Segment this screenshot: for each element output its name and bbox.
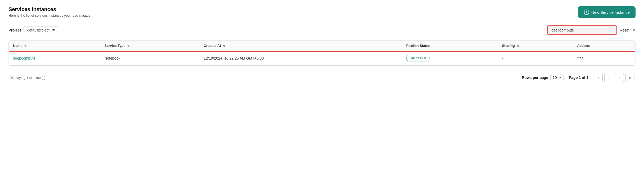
col-publish-status: Publish Status (402, 40, 498, 51)
search-area: Reset ✕ (547, 25, 636, 35)
cell-service-type: Notebook (100, 51, 199, 65)
table-footer: Displaying 1 of 1 row(s) Rows per page 1… (8, 71, 636, 84)
table-header: Name ⇅ Service Type ⇅ Created At ⇅ Publi… (9, 40, 635, 51)
pagination-area: Rows per page 10 5 25 50 Page 1 of 1 « ‹… (522, 73, 634, 82)
project-select[interactable]: defaultprojectproject1project2 (24, 26, 58, 34)
cell-name: deepcompute (9, 51, 100, 65)
table-row: deepcompute Notebook 12/19/2024, 10:22:2… (9, 51, 635, 65)
sort-name-icon: ⇅ (24, 44, 26, 47)
services-table: Name ⇅ Service Type ⇅ Created At ⇅ Publi… (9, 40, 635, 65)
first-page-button[interactable]: « (594, 73, 603, 82)
displaying-count: Displaying 1 of 1 row(s) (10, 76, 46, 80)
col-name[interactable]: Name ⇅ (9, 40, 100, 51)
next-page-button[interactable]: › (615, 73, 624, 82)
plus-circle-icon: + (584, 10, 589, 15)
reset-button[interactable]: Reset (620, 28, 629, 32)
cell-publish-status: Success ⧉ (402, 51, 498, 65)
project-label: Project (8, 28, 21, 32)
services-table-container: Name ⇅ Service Type ⇅ Created At ⇅ Publi… (8, 40, 636, 66)
search-input[interactable] (548, 26, 616, 34)
instance-name-link[interactable]: deepcompute (13, 56, 35, 60)
col-created-at[interactable]: Created At ⇅ (199, 40, 402, 51)
rows-per-page-label: Rows per page (522, 75, 548, 80)
page-info: Page 1 of 1 (569, 75, 588, 80)
page-subtitle: Here is the list of services instances y… (8, 14, 91, 17)
cell-actions: ••• (573, 51, 635, 65)
last-page-button[interactable]: » (625, 73, 634, 82)
page-header: Services Instances Here is the list of s… (8, 6, 91, 17)
rows-per-page-select[interactable]: 10 5 25 50 (550, 74, 564, 81)
external-link-icon: ⧉ (424, 56, 426, 60)
actions-menu-button[interactable]: ••• (577, 55, 584, 61)
close-icon[interactable]: ✕ (632, 28, 636, 33)
col-actions: Actions (573, 40, 635, 51)
rows-per-page-group: Rows per page 10 5 25 50 (522, 74, 564, 81)
table-body: deepcompute Notebook 12/19/2024, 10:22:2… (9, 51, 635, 65)
success-badge[interactable]: Success ⧉ (406, 55, 430, 61)
sort-created-at-icon: ⇅ (223, 44, 225, 47)
project-filter: Project defaultprojectproject1project2 (8, 26, 58, 34)
page-title: Services Instances (8, 6, 91, 12)
col-sharing[interactable]: Sharing ⇅ (498, 40, 573, 51)
sort-sharing-icon: ⇅ (517, 44, 519, 47)
cell-created-at: 12/19/2024, 10:22:25 AM GMT+5:30 (199, 51, 402, 65)
search-input-wrapper (547, 25, 617, 35)
new-instance-button[interactable]: + New Service Instance (578, 6, 636, 18)
sort-service-type-icon: ⇅ (127, 44, 129, 47)
filter-row: Project defaultprojectproject1project2 R… (8, 25, 636, 35)
pagination-buttons: « ‹ › » (594, 73, 634, 82)
cell-sharing: - (498, 51, 573, 65)
col-service-type[interactable]: Service Type ⇅ (100, 40, 199, 51)
prev-page-button[interactable]: ‹ (604, 73, 613, 82)
